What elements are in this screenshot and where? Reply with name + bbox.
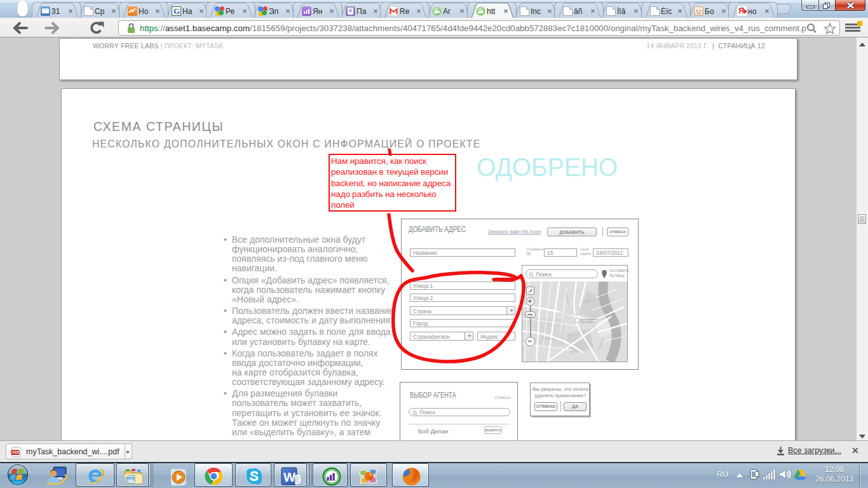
svg-text:W: W [283, 470, 295, 484]
